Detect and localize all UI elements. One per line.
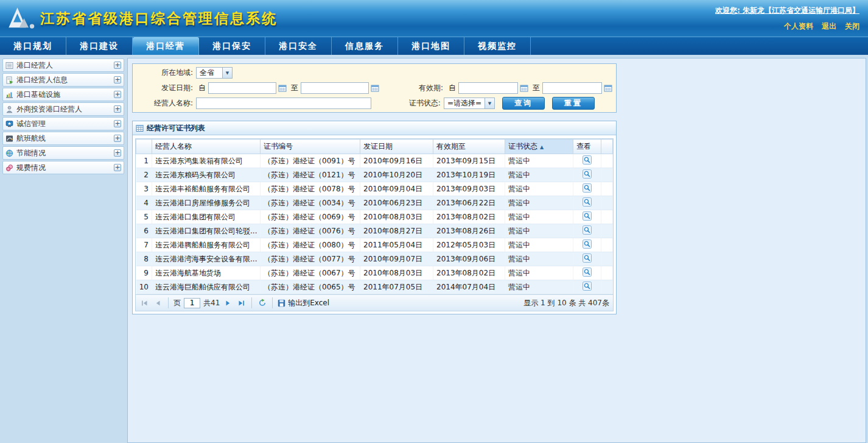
page-number-input[interactable] — [184, 298, 200, 308]
record-summary: 显示 1 到 10 条 共 407条 — [523, 298, 609, 308]
profile-link[interactable]: 个人资料 — [784, 22, 813, 30]
content-area: 港口经营人+港口经营人信息+港口基础设施+外商投资港口经营人+诚信管理+航班航线… — [0, 55, 868, 443]
table-row[interactable]: 3连云港丰裕船舶服务有限公司（苏连）港经证（0078）号2010年09月04日2… — [136, 182, 613, 196]
view-cert-icon[interactable] — [583, 282, 592, 291]
index-column-header — [136, 140, 152, 154]
table-row[interactable]: 5连云港港口集团有限公司（苏连）港经证（0069）号2010年08月03日201… — [136, 210, 613, 224]
tab-port-security[interactable]: 港口保安 — [199, 37, 265, 55]
query-button[interactable]: 查询 — [502, 97, 545, 110]
page-label: 页 — [173, 298, 181, 308]
last-page-button[interactable] — [236, 298, 247, 308]
tab-port-planning[interactable]: 港口规划 — [0, 37, 66, 55]
logout-link[interactable]: 退出 — [822, 22, 836, 30]
tab-port-safety[interactable]: 港口安全 — [265, 37, 332, 55]
cert-status-cell: 营运中 — [505, 168, 573, 182]
first-page-button[interactable] — [139, 298, 150, 308]
row-index: 4 — [136, 196, 152, 210]
expand-plus-icon[interactable]: + — [114, 91, 121, 98]
calendar-icon[interactable] — [371, 84, 379, 92]
issue-date-from-input[interactable] — [208, 82, 276, 94]
calendar-icon[interactable] — [278, 84, 287, 92]
expand-plus-icon[interactable]: + — [114, 76, 121, 83]
calendar-icon[interactable] — [604, 84, 612, 92]
expand-plus-icon[interactable]: + — [114, 105, 121, 113]
column-header[interactable]: 查看 — [573, 140, 601, 154]
tab-port-operation[interactable]: 港口经营 — [133, 37, 199, 55]
view-cert-icon[interactable] — [583, 197, 592, 207]
sidebar-item-operator-info[interactable]: 港口经营人信息+ — [2, 73, 124, 87]
reset-button[interactable]: 重置 — [552, 97, 595, 110]
cert-number-cell: （苏连）港经证（0069）号 — [261, 210, 360, 224]
issue-date-cell: 2011年05月04日 — [360, 238, 433, 252]
tab-video-monitor[interactable]: 视频监控 — [464, 37, 531, 55]
next-page-button[interactable] — [223, 298, 233, 308]
column-header[interactable]: 经营人名称 — [152, 140, 261, 154]
issue-date-cell: 2010年09月07日 — [360, 252, 433, 266]
search-row-dates: 发证日期: 自 至 有效期: 自 至 — [135, 80, 614, 96]
expand-plus-icon[interactable]: + — [114, 120, 121, 127]
view-cert-icon[interactable] — [583, 211, 592, 221]
table-row[interactable]: 1连云港东鸿集装箱有限公司（苏连）港经证（0091）号2010年09月16日20… — [136, 154, 613, 168]
operator-name-input[interactable] — [196, 97, 371, 109]
sidebar-item-shipping-routes[interactable]: 航班航线+ — [2, 132, 124, 145]
from-label: 自 — [198, 83, 206, 93]
expand-plus-icon[interactable]: + — [114, 164, 121, 171]
column-header[interactable]: 有效期至 — [433, 140, 505, 154]
sidebar-item-port-fees[interactable]: 规费情况+ — [2, 161, 124, 174]
cert-number-cell: （苏连）港经证（0080）号 — [261, 238, 360, 252]
view-cell — [573, 168, 601, 182]
view-cert-icon[interactable] — [583, 169, 592, 179]
sidebar-item-credit-management[interactable]: 诚信管理+ — [2, 117, 124, 130]
view-cert-icon[interactable] — [583, 155, 592, 165]
view-cert-icon[interactable] — [583, 225, 592, 235]
table-row[interactable]: 2连云港东粮码头有限公司（苏连）港经证（0121）号2010年10月20日201… — [136, 168, 613, 182]
filler-cell — [601, 224, 613, 238]
validity-to-input[interactable] — [542, 82, 602, 94]
table-row[interactable]: 6连云港港口集团有限公司轮驳...（苏连）港经证（0076）号2010年08月2… — [136, 224, 613, 238]
to-label: 至 — [291, 83, 298, 93]
sidebar-item-port-infrastructure[interactable]: 港口基础设施+ — [2, 88, 124, 101]
table-row[interactable]: 4连云港港口房屋维修服务公司（苏连）港经证（0034）号2010年06月23日2… — [136, 196, 613, 210]
table-row[interactable]: 7连云港港腾船舶服务有限公司（苏连）港经证（0080）号2011年05月04日2… — [136, 238, 613, 252]
expand-plus-icon[interactable]: + — [114, 135, 121, 142]
row-index: 7 — [136, 238, 152, 252]
valid-until-cell: 2014年07月04日 — [433, 280, 505, 294]
table-row[interactable]: 9连云港海航基地货场（苏连）港经证（0067）号2010年08月03日2013年… — [136, 266, 613, 280]
sidebar-item-energy-saving[interactable]: 节能情况+ — [2, 146, 124, 160]
column-header[interactable]: 发证日期 — [360, 140, 433, 154]
expand-plus-icon[interactable]: + — [114, 149, 121, 157]
filler-column-header — [601, 140, 613, 154]
view-cert-icon[interactable] — [583, 253, 592, 263]
operator-name-cell: 连云港海航基地货场 — [152, 266, 261, 280]
operator-name-label: 经营人名称: — [135, 98, 196, 108]
cert-status-cell: 营运中 — [505, 238, 573, 252]
tab-port-map[interactable]: 港口地图 — [398, 37, 464, 55]
close-link[interactable]: 关闭 — [845, 22, 859, 30]
sidebar-item-foreign-invested-operators[interactable]: 外商投资港口经营人+ — [2, 102, 124, 116]
doc-add-icon — [5, 76, 13, 84]
table-row[interactable]: 8连云港港湾海事安全设备有限...（苏连）港经证（0077）号2010年09月0… — [136, 252, 613, 266]
pager-divider — [251, 297, 252, 308]
column-header[interactable]: 证书编号 — [261, 140, 360, 154]
view-cert-icon[interactable] — [583, 183, 592, 193]
sidebar-item-port-operators[interactable]: 港口经营人+ — [2, 58, 124, 72]
export-excel-button[interactable]: 输出到Excel — [278, 298, 329, 308]
tab-port-construction[interactable]: 港口建设 — [66, 37, 133, 55]
column-header[interactable]: 证书状态▲ — [505, 140, 573, 154]
view-cert-icon[interactable] — [583, 239, 592, 249]
validity-from-input[interactable] — [458, 82, 518, 94]
prev-page-button[interactable] — [153, 298, 163, 308]
refresh-button[interactable] — [257, 298, 267, 308]
cert-status-select[interactable]: =请选择= ▼ — [444, 97, 495, 109]
refresh-icon — [258, 299, 267, 307]
issue-date-cell: 2011年07月05日 — [360, 280, 433, 294]
region-select[interactable]: 全省 ▼ — [196, 67, 233, 79]
table-row[interactable]: 10连云港海巨船舶供应有限公司（苏连）港经证（0065）号2011年07月05日… — [136, 280, 613, 294]
calendar-icon[interactable] — [520, 84, 528, 92]
cert-number-cell: （苏连）港经证（0078）号 — [261, 182, 360, 196]
view-cert-icon[interactable] — [583, 268, 592, 277]
expand-plus-icon[interactable]: + — [114, 62, 121, 69]
tab-info-service[interactable]: 信息服务 — [332, 37, 398, 55]
issue-date-to-input[interactable] — [301, 82, 369, 94]
region-label: 所在地域: — [135, 68, 196, 78]
